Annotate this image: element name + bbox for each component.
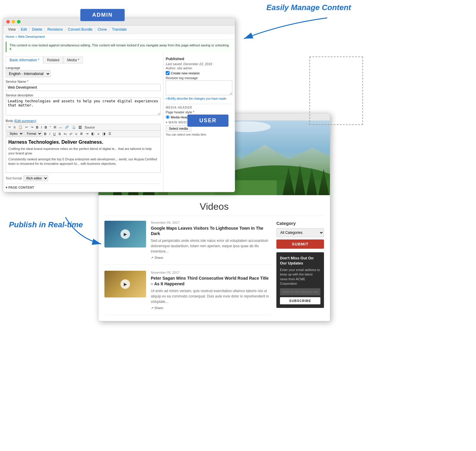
dashed-annotation-box xyxy=(309,57,363,125)
form-tabs: Basic information * Related Media * xyxy=(6,57,161,64)
toolbar-paste[interactable]: 📋 xyxy=(17,125,24,129)
nav-view[interactable]: View xyxy=(6,27,18,32)
nav-edit[interactable]: Edit xyxy=(18,27,30,32)
toolbar-undo[interactable]: ↩ xyxy=(24,125,29,129)
admin-nav: View Edit Delete Revisions Convert Bundl… xyxy=(3,26,235,34)
article-share-2[interactable]: Share xyxy=(151,306,272,310)
toolbar-underline[interactable]: U xyxy=(52,132,57,136)
videos-title: Videos xyxy=(104,201,324,216)
edit-summary-link[interactable]: (Edit summary) xyxy=(14,119,36,123)
article-share-1[interactable]: Share xyxy=(151,256,272,260)
category-sidebar: Category All Categories SUBMIT Don't Mis… xyxy=(276,221,324,315)
article-info-1: November 05, 2017 Google Maps Leaves Vis… xyxy=(151,221,272,260)
play-button-2[interactable]: ▶ xyxy=(120,279,130,289)
page-content-section: ▾ PAGE CONTENT xyxy=(6,184,161,190)
tab-basic-info[interactable]: Basic information * xyxy=(6,57,43,64)
service-name-label: Service Name * xyxy=(6,80,161,83)
service-name-field: Service Name * xyxy=(6,80,161,91)
admin-window: View Edit Delete Revisions Convert Bundl… xyxy=(3,18,235,192)
service-name-input[interactable] xyxy=(6,84,161,91)
toolbar-align-justify[interactable]: ☰ xyxy=(107,131,112,136)
breadcrumb: Home » Web Development xyxy=(3,34,235,40)
styles-select[interactable]: Styles xyxy=(7,131,24,136)
article-title-2[interactable]: Peter Sagan Wins Third Consecutive World… xyxy=(151,275,272,286)
toolbar-source[interactable]: Source xyxy=(83,125,96,129)
toolbar-link[interactable]: 🔗 xyxy=(64,125,70,129)
article-excerpt-2: Ut enim ad minim veniam, quis nostrud ex… xyxy=(151,288,272,304)
article-list: ▶ November 05, 2017 Google Maps Leaves V… xyxy=(104,221,272,315)
toolbar-align-right[interactable]: ◨ xyxy=(101,131,107,136)
toolbar-bold3[interactable]: B xyxy=(43,132,48,136)
lock-notice: This content is now locked against simul… xyxy=(6,42,232,52)
toolbar-indent[interactable]: ⇥ xyxy=(84,131,90,136)
nav-clone[interactable]: Clone xyxy=(95,27,109,32)
submit-button[interactable]: SUBMIT xyxy=(276,239,324,249)
toolbar-italic[interactable]: I xyxy=(40,125,43,129)
article-item: ▶ November 05, 2017 Google Maps Leaves V… xyxy=(104,221,272,265)
newsletter-subscribe-button[interactable]: SUBSCRIBE xyxy=(280,297,320,304)
editor-toolbar-row1: ✂ ⎘ 📋 ↩ ↪ B I B " ⊞ — 🔗 ⚓ 🖼 Source xyxy=(6,124,161,131)
nav-delete[interactable]: Delete xyxy=(29,27,45,32)
create-revision-checkbox[interactable] xyxy=(166,71,170,75)
text-format-label: Text format xyxy=(6,176,22,180)
toolbar-copy[interactable]: ⎘ xyxy=(12,125,17,129)
play-button-1[interactable]: ▶ xyxy=(120,229,130,239)
toolbar-list-ol[interactable]: ≣ xyxy=(79,131,84,136)
published-title: Published xyxy=(166,57,232,61)
admin-badge: ADMIN xyxy=(80,9,125,21)
nav-convert-bundle[interactable]: Convert Bundle xyxy=(65,27,95,32)
nav-translate[interactable]: Translate xyxy=(109,27,129,32)
admin-left-column: Basic information * Related Media * Lang… xyxy=(3,54,163,192)
toolbar-strikethrough[interactable]: S xyxy=(57,132,62,136)
toolbar-superscript[interactable]: x² xyxy=(68,132,73,136)
toolbar-align-center[interactable]: ≡ xyxy=(96,132,100,136)
article-thumbnail-1: ▶ xyxy=(104,221,146,248)
media-header-radio[interactable] xyxy=(166,115,170,119)
newsletter-box: Don't Miss Out On Our Updates Enter your… xyxy=(276,252,324,308)
tab-related[interactable]: Related xyxy=(43,57,63,64)
revision-log-textarea[interactable] xyxy=(166,80,232,95)
toolbar-image[interactable]: 🖼 xyxy=(77,125,83,129)
traffic-light-yellow[interactable] xyxy=(12,20,15,24)
toolbar-anchor[interactable]: ⚓ xyxy=(71,125,77,129)
service-desc-label: Service description xyxy=(6,93,161,97)
editor-para1: Crafting the ideal brand experience reli… xyxy=(8,147,158,156)
toolbar-redo[interactable]: ↪ xyxy=(29,125,35,129)
newsletter-email-input[interactable] xyxy=(280,288,320,295)
last-saved: Last saved: December 22, 2019 xyxy=(166,62,232,66)
traffic-light-red[interactable] xyxy=(6,20,10,24)
text-format-select[interactable]: Rich editor xyxy=(24,175,48,181)
editor-content[interactable]: Harness Technologies. Deliver Greatness.… xyxy=(6,137,161,173)
toolbar-list-ul[interactable]: ≡ xyxy=(74,132,78,136)
toolbar-quote[interactable]: " xyxy=(48,125,52,129)
select-media-hint: You can select one media item. xyxy=(166,133,232,136)
service-desc-textarea[interactable]: Leading technologies and assets to help … xyxy=(6,98,161,115)
language-field: Language English - International xyxy=(6,66,161,77)
user-content: Videos ▶ November 05, 2017 Google Maps L… xyxy=(98,195,330,321)
article-thumbnail-2: ▶ xyxy=(104,271,146,297)
format-select[interactable]: Format xyxy=(24,131,42,136)
toolbar-align-left[interactable]: ◧ xyxy=(90,131,95,136)
page-content-label[interactable]: ▾ PAGE CONTENT xyxy=(6,186,161,190)
toolbar-table[interactable]: ⊞ xyxy=(52,125,57,129)
traffic-light-green[interactable] xyxy=(17,20,21,24)
toolbar-bold2[interactable]: B xyxy=(43,125,48,129)
article-info-2: November 05, 2017 Peter Sagan Wins Third… xyxy=(151,271,272,310)
toolbar-cut[interactable]: ✂ xyxy=(7,125,12,129)
toolbar-italic2[interactable]: I xyxy=(48,132,51,136)
easily-manage-annotation: Easily Manage Content xyxy=(266,3,351,12)
text-format-row: Text format Rich editor xyxy=(6,175,161,181)
toolbar-hr[interactable]: — xyxy=(58,125,63,129)
tab-media[interactable]: Media * xyxy=(63,57,83,64)
category-select[interactable]: All Categories xyxy=(276,228,324,237)
publish-realtime-annotation: Publish in Real-time xyxy=(9,220,83,229)
article-title-1[interactable]: Google Maps Leaves Visitors To Lighthous… xyxy=(151,226,272,236)
user-layout: ▶ November 05, 2017 Google Maps Leaves V… xyxy=(104,221,324,315)
nav-revisions[interactable]: Revisions xyxy=(45,27,65,32)
language-select[interactable]: English - International xyxy=(6,70,51,77)
toolbar-bold-b[interactable]: B xyxy=(35,125,40,129)
body-label: Body (Edit summary) xyxy=(6,119,161,123)
toolbar-subscript[interactable]: x₂ xyxy=(62,131,68,136)
page-header-style-label: Page header style * xyxy=(166,110,232,114)
revision-log-label: Revision log message xyxy=(166,76,232,80)
